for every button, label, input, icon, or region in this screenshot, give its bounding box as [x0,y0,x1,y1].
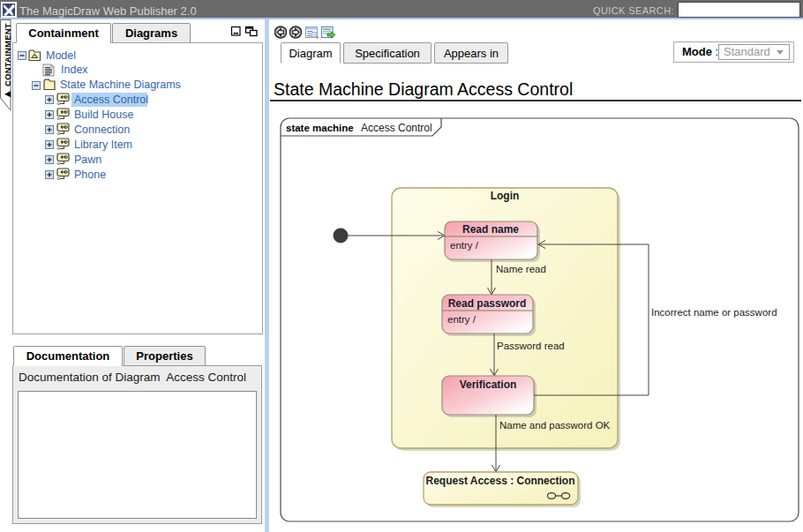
svg-text:Request Access : Connection: Request Access : Connection [426,475,575,487]
svg-text:Read name: Read name [462,223,519,236]
svg-text:entry /: entry / [447,314,477,325]
svg-text:Access Control: Access Control [361,122,432,134]
svg-text:Incorrect name or password: Incorrect name or password [651,307,777,318]
svg-text:Verification: Verification [460,378,517,391]
svg-text:state machine: state machine [286,123,354,133]
svg-text:Read password: Read password [448,297,527,310]
svg-text:entry /: entry / [450,240,479,251]
svg-text:Name read: Name read [496,264,546,274]
svg-text:Password read: Password read [497,341,565,351]
svg-text:Login: Login [491,190,520,202]
svg-text:Name and password OK: Name and password OK [499,420,611,431]
